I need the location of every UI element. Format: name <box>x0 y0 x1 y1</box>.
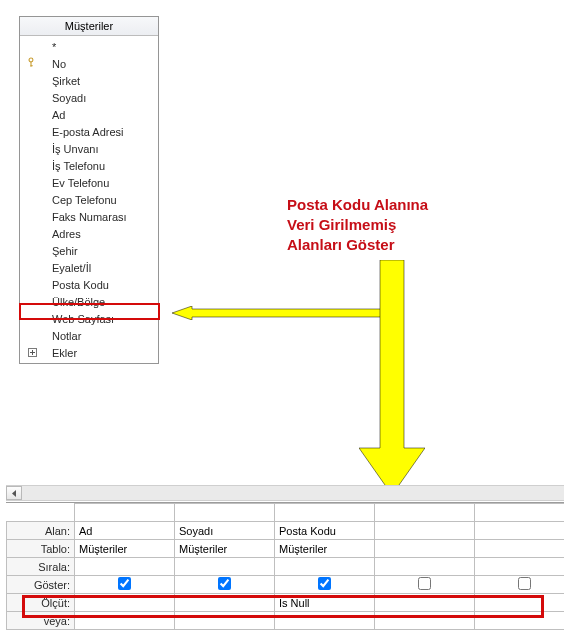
svg-marker-3 <box>172 306 382 320</box>
row-label-alan: Alan: <box>7 522 75 540</box>
row-label-veya: veya: <box>7 612 75 630</box>
field-row[interactable]: E-posta Adresi <box>20 123 158 140</box>
olcut-cell[interactable] <box>75 594 175 612</box>
field-row[interactable]: Ülke/Bölge <box>20 293 158 310</box>
svg-marker-5 <box>12 490 16 497</box>
field-list-title: Müşteriler <box>20 17 158 36</box>
tablo-cell[interactable]: Müşteriler <box>275 540 375 558</box>
field-label: Notlar <box>52 330 158 342</box>
veya-cell[interactable] <box>375 612 475 630</box>
field-row[interactable]: Ekler <box>20 344 158 361</box>
annotation-line: Posta Kodu Alanına <box>287 195 428 215</box>
scroll-left-button[interactable] <box>6 486 22 500</box>
field-label: Posta Kodu <box>52 279 158 291</box>
sirala-cell[interactable] <box>175 558 275 576</box>
column-selector[interactable] <box>375 504 475 522</box>
field-row[interactable]: Faks Numarası <box>20 208 158 225</box>
show-checkbox[interactable] <box>318 577 331 590</box>
expand-icon[interactable] <box>28 348 37 357</box>
show-checkbox[interactable] <box>518 577 531 590</box>
arrow-horizontal <box>172 306 382 320</box>
field-row[interactable]: İş Unvanı <box>20 140 158 157</box>
show-checkbox[interactable] <box>118 577 131 590</box>
column-selector[interactable] <box>75 504 175 522</box>
field-label: Eyalet/İl <box>52 262 158 274</box>
field-label: Ad <box>52 109 158 121</box>
show-cell[interactable] <box>475 576 565 594</box>
show-cell[interactable] <box>75 576 175 594</box>
field-label: Soyadı <box>52 92 158 104</box>
column-selector[interactable] <box>175 504 275 522</box>
svg-marker-4 <box>359 260 425 495</box>
field-label: Adres <box>52 228 158 240</box>
field-row[interactable]: Cep Telefonu <box>20 191 158 208</box>
alan-cell[interactable]: Ad <box>75 522 175 540</box>
column-selector[interactable] <box>275 504 375 522</box>
show-cell[interactable] <box>375 576 475 594</box>
tablo-cell[interactable]: Müşteriler <box>75 540 175 558</box>
field-label: Ekler <box>52 347 158 359</box>
show-cell[interactable] <box>275 576 375 594</box>
arrow-vertical <box>359 260 425 495</box>
field-list: *NoŞirketSoyadıAdE-posta Adresiİş Unvanı… <box>20 36 158 363</box>
alan-cell[interactable]: Soyadı <box>175 522 275 540</box>
primary-key-icon <box>28 57 37 71</box>
alan-cell[interactable]: Posta Kodu <box>275 522 375 540</box>
row-label-sirala: Sırala: <box>7 558 75 576</box>
field-row[interactable]: Posta Kodu <box>20 276 158 293</box>
veya-cell[interactable] <box>475 612 565 630</box>
sirala-cell[interactable] <box>475 558 565 576</box>
horizontal-scrollbar[interactable] <box>6 485 564 501</box>
olcut-cell[interactable] <box>175 594 275 612</box>
field-row[interactable]: İş Telefonu <box>20 157 158 174</box>
field-label: * <box>52 41 158 53</box>
field-row[interactable]: Ad <box>20 106 158 123</box>
tablo-cell[interactable]: Müşteriler <box>175 540 275 558</box>
field-list-panel: Müşteriler *NoŞirketSoyadıAdE-posta Adre… <box>19 16 159 364</box>
row-label-olcut: Ölçüt: <box>7 594 75 612</box>
show-checkbox[interactable] <box>218 577 231 590</box>
field-label: Cep Telefonu <box>52 194 158 206</box>
alan-cell[interactable] <box>475 522 565 540</box>
annotation-text: Posta Kodu Alanına Veri Girilmemiş Alanl… <box>287 195 428 255</box>
tablo-cell[interactable] <box>475 540 565 558</box>
field-label: Faks Numarası <box>52 211 158 223</box>
field-label: Şehir <box>52 245 158 257</box>
sirala-cell[interactable] <box>75 558 175 576</box>
show-cell[interactable] <box>175 576 275 594</box>
field-row[interactable]: * <box>20 38 158 55</box>
sirala-cell[interactable] <box>275 558 375 576</box>
veya-cell[interactable] <box>175 612 275 630</box>
field-gutter <box>28 348 52 357</box>
field-label: E-posta Adresi <box>52 126 158 138</box>
field-label: Ev Telefonu <box>52 177 158 189</box>
field-row[interactable]: Notlar <box>20 327 158 344</box>
svg-point-0 <box>29 58 33 62</box>
veya-cell[interactable] <box>75 612 175 630</box>
field-label: No <box>52 58 158 70</box>
show-checkbox[interactable] <box>418 577 431 590</box>
field-label: İş Unvanı <box>52 143 158 155</box>
annotation-line: Veri Girilmemiş <box>287 215 428 235</box>
column-selector[interactable] <box>475 504 565 522</box>
tablo-cell[interactable] <box>375 540 475 558</box>
annotation-line: Alanları Göster <box>287 235 428 255</box>
olcut-cell[interactable] <box>475 594 565 612</box>
scroll-track[interactable] <box>22 486 564 500</box>
field-row[interactable]: Şehir <box>20 242 158 259</box>
olcut-cell[interactable] <box>375 594 475 612</box>
veya-cell[interactable] <box>275 612 375 630</box>
row-label-tablo: Tablo: <box>7 540 75 558</box>
field-row[interactable]: Adres <box>20 225 158 242</box>
field-gutter <box>28 57 52 71</box>
sirala-cell[interactable] <box>375 558 475 576</box>
olcut-cell[interactable]: Is Null <box>275 594 375 612</box>
field-row[interactable]: Soyadı <box>20 89 158 106</box>
field-row[interactable]: Web Sayfası <box>20 310 158 327</box>
field-row[interactable]: Eyalet/İl <box>20 259 158 276</box>
row-label-goster: Göster: <box>7 576 75 594</box>
field-row[interactable]: Şirket <box>20 72 158 89</box>
alan-cell[interactable] <box>375 522 475 540</box>
field-row[interactable]: Ev Telefonu <box>20 174 158 191</box>
field-row[interactable]: No <box>20 55 158 72</box>
